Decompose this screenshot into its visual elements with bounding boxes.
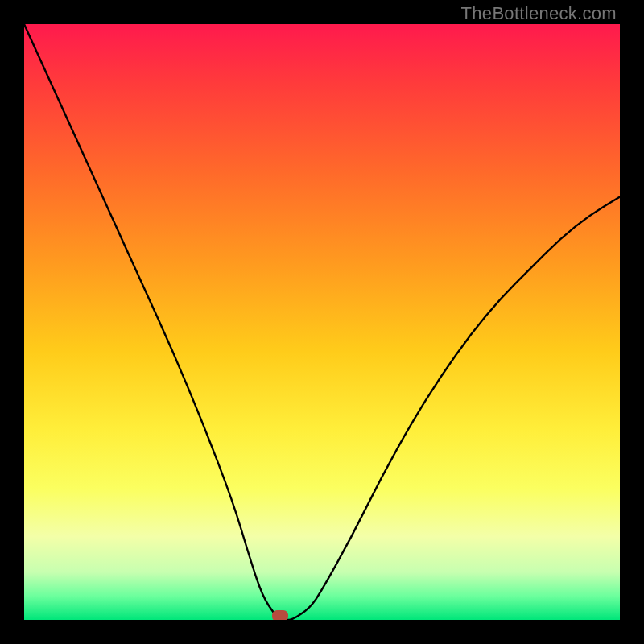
watermark-text: TheBottleneck.com bbox=[461, 3, 617, 24]
optimal-marker bbox=[272, 610, 288, 620]
chart-frame: TheBottleneck.com bbox=[0, 0, 644, 644]
bottleneck-curve bbox=[24, 24, 620, 620]
plot-area bbox=[24, 24, 620, 620]
